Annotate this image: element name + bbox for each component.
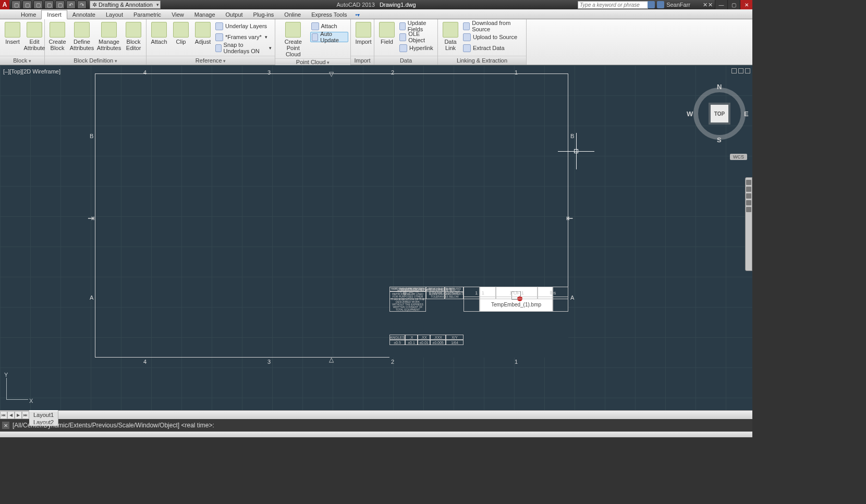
commandline-close-icon[interactable]: ✕ (2, 422, 9, 429)
viewcube-s[interactable]: S (717, 136, 722, 144)
panel-block: Insert EditAttribute Block (0, 19, 45, 65)
ribbon-tabs: HomeInsertAnnotateLayoutParametricViewMa… (0, 9, 752, 19)
clip-button[interactable]: Clip (170, 21, 191, 46)
workspace-dropdown[interactable]: ✲Drafting & Annotation (90, 1, 161, 9)
define-attributes-button[interactable]: DefineAttributes (69, 21, 95, 52)
viewcube-w[interactable]: W (687, 110, 693, 118)
tab-express-tools[interactable]: Express Tools (306, 10, 352, 19)
qat-undo-icon[interactable]: ↶ (66, 1, 76, 9)
left-center-mark: ⇥ (88, 213, 94, 223)
nav-pan-icon[interactable] (746, 187, 751, 192)
ruler-bot-4: 4 (143, 359, 147, 365)
frames-vary-button[interactable]: *Frames vary*▾ (214, 32, 273, 42)
command-text: [All/Center/Dynamic/Extents/Previous/Sca… (13, 422, 214, 429)
user-cluster[interactable]: SeanFarr ✕✕ (648, 1, 713, 8)
tab-manage[interactable]: Manage (189, 10, 221, 19)
tab-parametric[interactable]: Parametric (128, 10, 166, 19)
block-editor-button[interactable]: BlockEditor (123, 21, 144, 52)
point-cloud-icon (285, 22, 301, 38)
right-center-mark: ⇤ (566, 213, 573, 223)
adjust-button[interactable]: Adjust (192, 21, 213, 46)
ribbon-options-icon[interactable]: •▾ (352, 11, 363, 19)
data-link-button[interactable]: DataLink (440, 21, 461, 52)
layout-first-icon[interactable]: ⏮ (0, 411, 7, 419)
viewport-close-icon[interactable] (745, 68, 750, 73)
tab-view[interactable]: View (166, 10, 189, 19)
nav-wheel-icon[interactable] (746, 180, 751, 185)
tab-home[interactable]: Home (16, 10, 41, 19)
qat-print-icon[interactable]: ▢ (55, 1, 65, 9)
signin-icon (648, 1, 655, 8)
upload-source-button[interactable]: Upload to Source (462, 32, 524, 42)
viewcube-face[interactable]: TOP (711, 105, 728, 122)
create-point-cloud-button[interactable]: CreatePoint Cloud (277, 21, 309, 58)
search-input[interactable] (578, 2, 648, 8)
qat-saveas-icon[interactable]: ▢ (44, 1, 54, 9)
auto-update-icon (312, 33, 319, 41)
panel-caption[interactable]: Reference (196, 57, 226, 64)
command-line[interactable]: ✕ [All/Center/Dynamic/Extents/Previous/S… (0, 419, 752, 432)
attach-button[interactable]: Attach (149, 21, 169, 46)
app-logo[interactable]: A (0, 0, 9, 9)
insert-button[interactable]: Insert (2, 21, 23, 46)
panel-caption[interactable]: Block (13, 57, 31, 64)
tab-insert[interactable]: Insert (41, 10, 67, 19)
update-fields-button[interactable]: Update Fields (398, 21, 435, 31)
nav-orbit-icon[interactable] (746, 200, 751, 205)
download-source-button[interactable]: Download from Source (462, 21, 524, 31)
ole-object-button[interactable]: OLE Object (398, 32, 435, 42)
tol-header-2: .XX (418, 335, 430, 340)
qat-save-icon[interactable]: ▢ (33, 1, 43, 9)
nav-zoom-icon[interactable] (746, 193, 751, 199)
tab-layout[interactable]: Layout (101, 10, 128, 19)
search-box[interactable] (578, 1, 648, 9)
bottom-center-mark: △ (329, 356, 334, 363)
qat-redo-icon[interactable]: ↷ (77, 1, 87, 9)
extract-data-button[interactable]: Extract Data (462, 43, 524, 53)
tab-online[interactable]: Online (279, 10, 306, 19)
viewcube-e[interactable]: E (744, 110, 749, 118)
qat-open-icon[interactable]: ▢ (22, 1, 32, 9)
create-block-button[interactable]: CreateBlock (47, 21, 68, 52)
ucs-y-label: Y (4, 372, 8, 378)
panel-caption[interactable]: Block Definition (74, 57, 117, 64)
minimize-button[interactable]: — (715, 0, 727, 9)
snap-underlays-button[interactable]: Snap to Underlays ON▾ (214, 43, 273, 53)
import-button[interactable]: Import (353, 21, 374, 46)
viewcube[interactable]: TOP N S W E (691, 85, 748, 142)
layout-tab-layout1[interactable]: Layout1 (29, 411, 58, 419)
viewcube-n[interactable]: N (717, 83, 722, 91)
drawing-canvas[interactable]: [–][Top][2D Wireframe] 4 3 2 1 ▽ 4 3 2 1… (0, 65, 752, 410)
edit-attribute-button[interactable]: EditAttribute (24, 21, 45, 52)
underlay-layers-button[interactable]: Underlay Layers (214, 21, 273, 31)
extract-icon (463, 44, 471, 52)
tab-annotate[interactable]: Annotate (67, 10, 101, 19)
nav-showmotion-icon[interactable] (746, 207, 751, 212)
viewport-minimize-icon[interactable] (731, 68, 737, 73)
pc-attach-button[interactable]: Attach (310, 21, 348, 31)
tab-output[interactable]: Output (221, 10, 248, 19)
qat-new-icon[interactable]: ▢ (11, 1, 21, 9)
field-button[interactable]: Field (376, 21, 397, 46)
tol-header-3: .XXX (430, 335, 446, 340)
manage-attributes-button[interactable]: ManageAttributes (96, 21, 122, 52)
tol-header-4: X/Y (446, 335, 464, 340)
navigation-bar[interactable] (745, 177, 752, 271)
ruler-bot-2: 2 (391, 359, 394, 365)
layout-next-icon[interactable]: ▶ (15, 411, 22, 419)
clip-icon (173, 22, 189, 38)
wcs-tag[interactable]: WCS (730, 154, 747, 160)
panel-caption[interactable]: Point Cloud (296, 59, 330, 65)
maximize-button[interactable]: ▢ (727, 0, 740, 9)
viewport-maximize-icon[interactable] (738, 68, 743, 73)
tol-value-2: ±0.01 (418, 340, 430, 345)
layout-prev-icon[interactable]: ◀ (7, 411, 15, 419)
auto-update-button[interactable]: Auto Update (310, 32, 348, 42)
tab-plug-ins[interactable]: Plug-ins (248, 10, 279, 19)
hyperlink-button[interactable]: Hyperlink (398, 43, 435, 53)
close-button[interactable]: ✕ (740, 0, 752, 9)
exchange-icon[interactable]: ✕✕ (703, 2, 713, 8)
layout-last-icon[interactable]: ⏭ (22, 411, 29, 419)
viewport-label[interactable]: [–][Top][2D Wireframe] (3, 68, 60, 75)
panel-caption: Data (400, 57, 412, 64)
